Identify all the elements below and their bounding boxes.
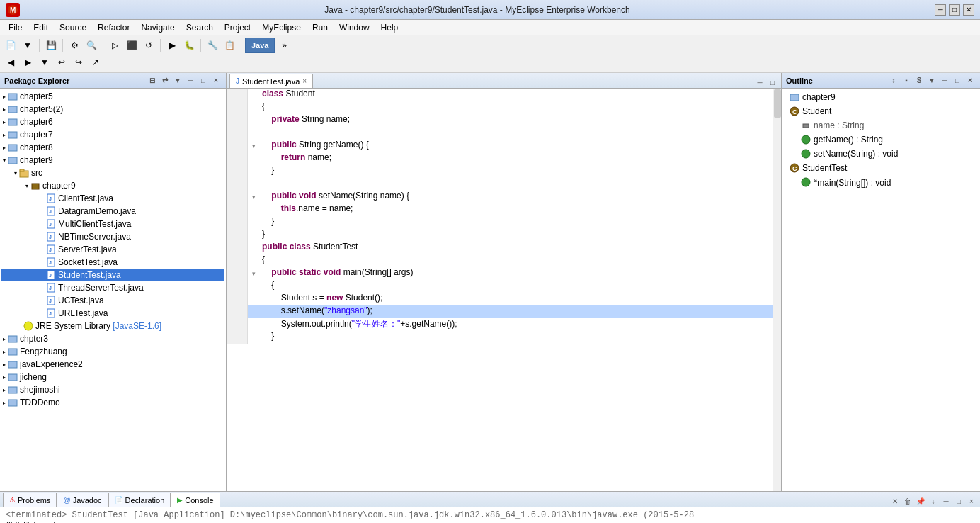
package-explorer-toolbar[interactable]: ⊟ ⇄ ▼ ─ □ × xyxy=(147,75,222,86)
tree-item[interactable]: JDatagramDemo.java xyxy=(1,205,224,218)
java-perspective-button[interactable]: Java xyxy=(245,38,275,53)
console-min-icon[interactable]: ─ xyxy=(940,495,952,507)
new-button[interactable]: 📄 xyxy=(3,38,18,53)
code-editor[interactable]: class Student{ private String name; ▾ pu… xyxy=(227,89,773,491)
outline-sort-icon[interactable]: ↕ xyxy=(888,75,899,86)
menu-item-refactor[interactable]: Refactor xyxy=(92,21,135,34)
tree-item[interactable]: ▸chapter7 xyxy=(1,128,224,141)
console-terminate-icon[interactable]: ✕ xyxy=(889,495,901,507)
outline-min-icon[interactable]: ─ xyxy=(939,75,950,86)
tree-item[interactable]: ▸Fengzhuang xyxy=(1,345,224,358)
tree-expand-icon[interactable]: ▸ xyxy=(3,336,6,342)
outline-hide-fields-icon[interactable]: ▪ xyxy=(901,75,912,86)
toolbar-btn-4[interactable]: ⚙ xyxy=(67,38,82,53)
console-clear-icon[interactable]: 🗑 xyxy=(902,495,913,507)
editor-tab-studenttest[interactable]: J StudentTest.java × xyxy=(229,74,313,88)
tree-item[interactable]: ▸TDDDemo xyxy=(1,396,224,409)
toolbar-btn-7[interactable]: ⬛ xyxy=(124,38,139,53)
toolbar-btn-3[interactable]: 💾 xyxy=(43,38,59,53)
line-collapse-btn[interactable]: ▾ xyxy=(248,140,259,152)
tab-console[interactable]: ▶ Console xyxy=(171,493,220,507)
outline-hide-static-icon[interactable]: S xyxy=(913,75,925,86)
editor-min-icon[interactable]: ─ xyxy=(754,77,765,88)
line-content[interactable]: } xyxy=(259,216,773,229)
tree-expand-icon[interactable]: ▸ xyxy=(3,94,6,100)
console-pin-icon[interactable]: 📌 xyxy=(915,495,926,507)
tree-item[interactable]: ▾chapter9 xyxy=(1,179,224,192)
tree-expand-icon[interactable]: ▾ xyxy=(25,183,28,189)
tree-item[interactable]: ▸chapter5(2) xyxy=(1,103,224,116)
outline-item[interactable]: setName(String) : void xyxy=(783,147,979,161)
debug-button[interactable]: 🐛 xyxy=(181,38,197,53)
outline-max-icon[interactable]: □ xyxy=(952,75,963,86)
toolbar-btn-8[interactable]: ↺ xyxy=(141,38,156,53)
toolbar-more[interactable]: » xyxy=(276,38,292,53)
outline-item[interactable]: getName() : String xyxy=(783,133,979,147)
tree-expand-icon[interactable]: ▸ xyxy=(3,374,6,381)
outline-item[interactable]: chapter9 xyxy=(783,90,979,104)
menu-item-window[interactable]: Window xyxy=(334,21,375,34)
toolbar-btn-2[interactable]: ▼ xyxy=(20,38,35,53)
tree-item[interactable]: JRE System Library [JavaSE-1.6] xyxy=(1,320,224,332)
tree-item[interactable]: ▾chapter9 xyxy=(1,154,224,167)
line-content[interactable]: s.setName("zhangsan"); xyxy=(259,305,773,318)
tree-expand-icon[interactable]: ▸ xyxy=(3,106,6,113)
menu-item-search[interactable]: Search xyxy=(181,21,219,34)
line-content[interactable]: System.out.println("学生姓名："+s.getName()); xyxy=(259,318,773,331)
line-collapse-btn[interactable]: ▾ xyxy=(248,267,259,280)
outline-item[interactable]: name : String xyxy=(783,118,979,133)
editor-vertical-scrollbar[interactable] xyxy=(773,89,781,491)
line-content[interactable]: } xyxy=(259,229,773,242)
minimize-view-icon[interactable]: ─ xyxy=(185,75,196,86)
tree-item[interactable]: JUCTest.java xyxy=(1,294,224,307)
toolbar-btn-10[interactable]: 📋 xyxy=(222,38,237,53)
tree-expand-icon[interactable]: ▾ xyxy=(3,157,6,164)
window-controls[interactable]: ─ □ ✕ xyxy=(935,4,974,16)
tree-item[interactable]: ▸chapter8 xyxy=(1,141,224,154)
line-collapse-btn[interactable]: ▾ xyxy=(248,191,259,203)
outline-view-menu-icon[interactable]: ▼ xyxy=(926,75,938,86)
tree-expand-icon[interactable]: ▸ xyxy=(3,132,6,138)
view-menu-icon[interactable]: ▼ xyxy=(172,75,183,86)
line-content[interactable]: } xyxy=(259,331,773,344)
line-content[interactable]: this.name = name; xyxy=(259,203,773,216)
toolbar2-btn-3[interactable]: ▼ xyxy=(37,55,52,70)
line-content[interactable]: } xyxy=(259,165,773,178)
menu-item-project[interactable]: Project xyxy=(219,21,256,34)
line-content[interactable]: class Student xyxy=(259,89,773,101)
tree-item[interactable]: JServerTest.java xyxy=(1,243,224,256)
tree-item[interactable]: JThreadServerTest.java xyxy=(1,281,224,294)
toolbar-btn-6[interactable]: ▷ xyxy=(107,38,122,53)
line-content[interactable] xyxy=(259,178,773,191)
toolbar2-btn-4[interactable]: ↩ xyxy=(54,55,69,70)
line-content[interactable]: return name; xyxy=(259,152,773,165)
line-content[interactable]: Student s = new Student(); xyxy=(259,293,773,305)
maximize-view-icon[interactable]: □ xyxy=(198,75,209,86)
collapse-all-icon[interactable]: ⊟ xyxy=(147,75,158,86)
outline-item[interactable]: CStudent xyxy=(783,104,979,118)
line-content[interactable]: { xyxy=(259,101,773,114)
outline-item[interactable]: Smain(String[]) : void xyxy=(783,175,979,189)
close-view-icon[interactable]: × xyxy=(210,75,222,86)
scrollbar-thumb[interactable] xyxy=(774,89,781,118)
menu-item-file[interactable]: File xyxy=(3,21,28,34)
menu-item-source[interactable]: Source xyxy=(54,21,92,34)
tree-expand-icon[interactable]: ▸ xyxy=(3,145,6,151)
tree-expand-icon[interactable]: ▸ xyxy=(3,400,6,406)
menu-item-run[interactable]: Run xyxy=(307,21,334,34)
toolbar2-btn-1[interactable]: ◀ xyxy=(3,55,18,70)
close-button[interactable]: ✕ xyxy=(963,4,974,16)
tree-expand-icon[interactable]: ▸ xyxy=(3,119,6,125)
tree-item[interactable]: ▸chapter6 xyxy=(1,116,224,128)
editor-tab-close[interactable]: × xyxy=(302,77,307,85)
tree-expand-icon[interactable]: ▸ xyxy=(3,349,6,355)
tree-expand-icon[interactable]: ▸ xyxy=(3,361,6,368)
tree-item[interactable]: JClientTest.java xyxy=(1,192,224,205)
toolbar2-btn-6[interactable]: ↗ xyxy=(88,55,103,70)
run-button[interactable]: ▶ xyxy=(164,38,180,53)
tree-item[interactable]: JStudentTest.java xyxy=(1,269,224,281)
outline-toolbar[interactable]: ↕ ▪ S ▼ ─ □ × xyxy=(888,75,976,86)
line-content[interactable]: public String getName() { xyxy=(259,140,773,152)
maximize-button[interactable]: □ xyxy=(949,4,960,16)
tree-item[interactable]: ▾src xyxy=(1,167,224,179)
